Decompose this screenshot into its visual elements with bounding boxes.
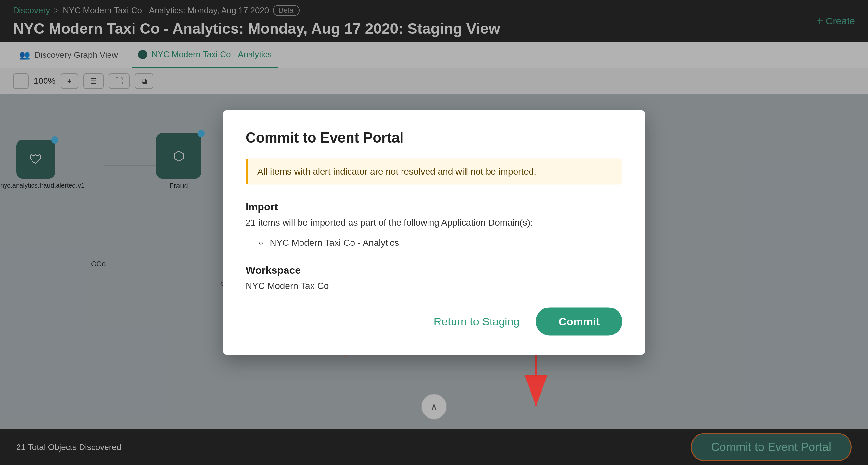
domain-name: NYC Modern Taxi Co - Analytics [270,238,399,248]
workspace-section-title: Workspace [246,264,622,276]
return-to-staging-button[interactable]: Return to Staging [434,315,520,328]
import-section-title: Import [246,201,622,213]
commit-modal: Commit to Event Portal All items with al… [223,110,645,355]
commit-button[interactable]: Commit [536,307,622,336]
domain-list-item: NYC Modern Taxi Co - Analytics [258,238,622,248]
import-description: 21 items will be imported as part of the… [246,218,622,228]
modal-title: Commit to Event Portal [246,130,622,146]
warning-box: All items with alert indicator are not r… [246,159,622,185]
modal-actions: Return to Staging Commit [246,307,622,336]
warning-text: All items with alert indicator are not r… [257,167,536,177]
domain-list: NYC Modern Taxi Co - Analytics [246,238,622,248]
workspace-name: NYC Modern Tax Co [246,281,622,291]
